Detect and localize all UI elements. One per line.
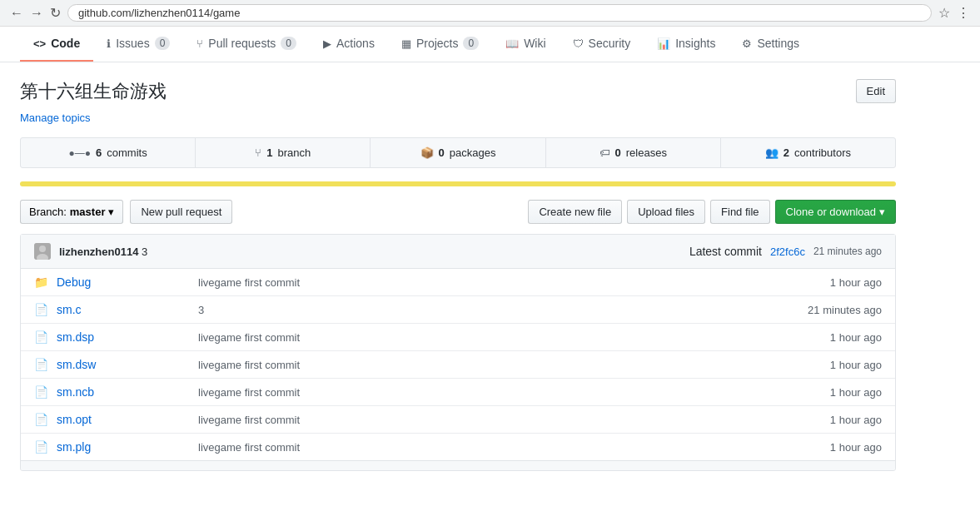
table-row: 📄 sm.c 3 21 minutes ago [21, 296, 895, 324]
file-table: lizhenzhen0114 3 Latest commit 2f2fc6c 2… [20, 234, 896, 471]
table-row: 📁 Debug livegame first commit 1 hour ago [21, 269, 895, 296]
table-row: 📄 sm.opt livegame first commit 1 hour ag… [21, 406, 895, 434]
actions-icon: ▶ [323, 37, 331, 50]
stats-bar: ●—● 6 commits ⑂ 1 branch 📦 0 packages 🏷 … [20, 137, 896, 168]
horizontal-scrollbar[interactable] [21, 460, 895, 470]
file-icon: 📄 [34, 440, 48, 454]
language-bar [20, 181, 896, 186]
tab-list: <> Code ℹ Issues 0 ⑂ Pull requests 0 ▶ A… [20, 27, 960, 62]
packages-stat[interactable]: 📦 0 packages [371, 138, 545, 167]
file-commit-message: livegame first commit [198, 276, 774, 289]
repo-title: 第十六组生命游戏 [20, 79, 167, 104]
tab-code[interactable]: <> Code [20, 27, 93, 62]
issues-icon: ℹ [107, 37, 111, 50]
insights-icon: 📊 [657, 37, 670, 50]
packages-label: packages [450, 146, 496, 159]
file-commit-message: 3 [198, 304, 774, 316]
tab-security[interactable]: 🛡 Security [560, 27, 644, 62]
file-time: 1 hour ago [782, 359, 882, 371]
file-name[interactable]: sm.opt [57, 413, 190, 426]
tab-wiki[interactable]: 📖 Wiki [492, 27, 559, 62]
tab-actions[interactable]: ▶ Actions [310, 27, 388, 62]
new-pull-request-button[interactable]: New pull request [130, 200, 232, 224]
svg-point-1 [39, 246, 46, 252]
tab-projects[interactable]: ▦ Projects 0 [388, 27, 492, 62]
branch-chevron-icon: ▾ [108, 206, 114, 218]
commit-time: 21 minutes ago [813, 246, 882, 257]
find-file-button[interactable]: Find file [710, 200, 770, 224]
settings-icon: ⚙ [742, 37, 752, 50]
branch-label-text: Branch: [29, 206, 67, 218]
edit-button[interactable]: Edit [856, 79, 896, 103]
commits-stat[interactable]: ●—● 6 commits [21, 138, 196, 167]
back-icon[interactable]: ← [10, 6, 23, 21]
table-row: 📄 sm.dsp livegame first commit 1 hour ag… [21, 324, 895, 351]
file-commit-message: livegame first commit [198, 359, 774, 371]
tab-insights[interactable]: 📊 Insights [644, 27, 729, 62]
releases-stat[interactable]: 🏷 0 releases [546, 138, 721, 167]
file-name[interactable]: sm.dsw [57, 358, 190, 371]
file-time: 1 hour ago [782, 331, 882, 344]
avatar [34, 243, 51, 260]
file-table-header: lizhenzhen0114 3 Latest commit 2f2fc6c 2… [21, 235, 895, 269]
security-icon: 🛡 [573, 37, 584, 50]
repo-tabs-container: <> Code ℹ Issues 0 ⑂ Pull requests 0 ▶ A… [0, 27, 980, 62]
packages-count: 0 [439, 146, 445, 159]
file-icon: 📄 [34, 303, 48, 316]
commits-count: 6 [96, 146, 102, 159]
manage-topics-link[interactable]: Manage topics [20, 112, 91, 124]
file-time: 1 hour ago [782, 276, 882, 289]
file-name[interactable]: Debug [57, 275, 190, 289]
star-icon[interactable]: ☆ [938, 5, 950, 21]
commit-author[interactable]: lizhenzhen0114 [59, 246, 138, 258]
branch-icon: ⑂ [255, 146, 261, 159]
branch-selector[interactable]: Branch: master ▾ [20, 200, 123, 224]
table-row: 📄 sm.ncb livegame first commit 1 hour ag… [21, 379, 895, 406]
code-icon: <> [33, 37, 46, 50]
file-commit-message: livegame first commit [198, 441, 774, 454]
file-commit-message: livegame first commit [198, 331, 774, 344]
commit-info: lizhenzhen0114 3 [59, 246, 681, 258]
pr-badge: 0 [281, 37, 296, 50]
file-icon: 📄 [34, 358, 48, 371]
table-row: 📄 sm.plg livegame first commit 1 hour ag… [21, 434, 895, 460]
tab-pull-requests[interactable]: ⑂ Pull requests 0 [183, 27, 310, 62]
file-rows-container: 📁 Debug livegame first commit 1 hour ago… [21, 269, 895, 460]
tab-settings[interactable]: ⚙ Settings [729, 27, 813, 62]
contributors-stat[interactable]: 👥 2 contributors [721, 138, 895, 167]
folder-icon: 📁 [34, 275, 48, 289]
create-new-file-button[interactable]: Create new file [528, 200, 622, 224]
contributors-label: contributors [794, 146, 851, 159]
file-right-controls: Create new file Upload files Find file C… [528, 200, 896, 224]
reload-icon[interactable]: ↻ [50, 5, 61, 21]
file-time: 1 hour ago [782, 386, 882, 399]
pull-request-icon: ⑂ [196, 37, 203, 50]
file-name[interactable]: sm.dsp [57, 330, 190, 344]
projects-icon: ▦ [401, 37, 411, 50]
branch-label: branch [278, 146, 311, 159]
file-name[interactable]: sm.ncb [57, 385, 190, 399]
contributors-icon: 👥 [765, 146, 779, 159]
commit-hash[interactable]: 2f2fc6c [770, 246, 805, 258]
packages-icon: 📦 [420, 146, 434, 159]
releases-label: releases [626, 146, 667, 159]
table-row: 📄 sm.dsw livegame first commit 1 hour ag… [21, 351, 895, 379]
browser-bar: ← → ↻ github.com/lizhenzhen0114/game ☆ ⋮ [0, 0, 980, 27]
clone-or-download-button[interactable]: Clone or download ▾ [775, 200, 896, 224]
file-name[interactable]: sm.plg [57, 440, 190, 454]
forward-icon[interactable]: → [30, 6, 43, 21]
menu-icon[interactable]: ⋮ [957, 5, 970, 21]
tab-issues[interactable]: ℹ Issues 0 [93, 27, 183, 62]
url-bar[interactable]: github.com/lizhenzhen0114/game [67, 4, 932, 22]
main-content: 第十六组生命游戏 Manage topics Edit ●—● 6 commit… [0, 62, 916, 488]
file-time: 1 hour ago [782, 441, 882, 454]
avatar-image [34, 243, 51, 260]
file-commit-message: livegame first commit [198, 414, 774, 426]
releases-count: 0 [615, 146, 621, 159]
file-time: 21 minutes ago [782, 304, 882, 316]
commits-icon: ●—● [69, 147, 92, 159]
file-name[interactable]: sm.c [57, 303, 190, 316]
upload-files-button[interactable]: Upload files [627, 200, 705, 224]
branch-stat[interactable]: ⑂ 1 branch [196, 138, 371, 167]
branch-name: master [70, 206, 106, 218]
